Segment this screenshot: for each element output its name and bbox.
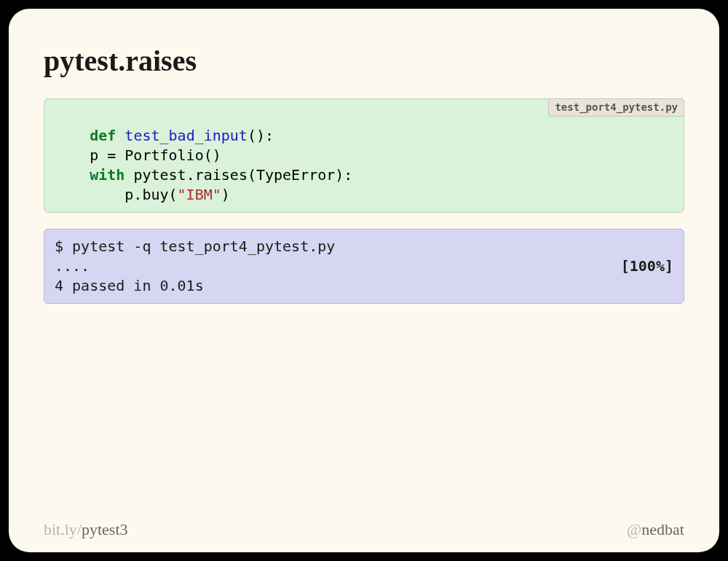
code-text: pytest.raises(TypeError): — [124, 166, 352, 184]
code-text: p = Portfolio() — [55, 146, 221, 164]
output-line: 4 passed in 0.01s — [55, 277, 204, 294]
code-keyword-with: with — [90, 166, 124, 184]
footer-link-slug: pytest3 — [82, 520, 128, 538]
footer-handle: nedbat — [641, 520, 684, 538]
code-block: test_port4_pytest.pydef test_bad_input()… — [44, 98, 684, 213]
code-function-name: test_bad_input — [116, 127, 248, 144]
code-text — [55, 166, 90, 184]
slide: pytest.raises test_port4_pytest.pydef te… — [9, 9, 719, 552]
code-text: ) — [221, 186, 230, 203]
output-line: .... — [55, 257, 90, 275]
footer-at-symbol: @ — [627, 520, 641, 538]
footer: bit.ly/pytest3 @nedbat — [44, 520, 684, 539]
output-block: $ pytest -q test_port4_pytest.py ....[10… — [44, 229, 684, 304]
code-text: p.buy( — [55, 186, 178, 203]
footer-link-prefix: bit.ly/ — [44, 520, 82, 538]
footer-left: bit.ly/pytest3 — [44, 520, 128, 539]
filename-tag: test_port4_pytest.py — [548, 98, 684, 117]
code-keyword-def: def — [90, 127, 116, 144]
output-line: $ pytest -q test_port4_pytest.py — [55, 238, 335, 255]
code-string: "IBM" — [178, 186, 221, 203]
code-text: (): — [248, 127, 274, 144]
slide-title: pytest.raises — [44, 44, 684, 78]
footer-right: @nedbat — [627, 520, 684, 539]
output-percent: [100%] — [621, 256, 673, 276]
